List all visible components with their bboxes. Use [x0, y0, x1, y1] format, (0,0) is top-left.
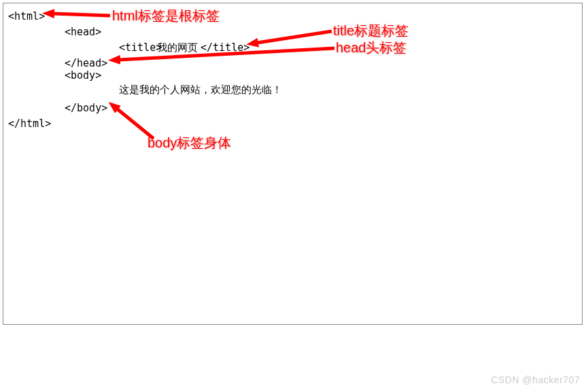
- code-html-close: </html>: [8, 118, 51, 130]
- code-title-text: 我的网页: [157, 41, 198, 54]
- watermark: CSDN @hacker707: [491, 374, 580, 385]
- code-html-open: <html>: [8, 10, 45, 22]
- annotation-html-root: html标签是根标签: [112, 7, 220, 25]
- code-body-text: 这是我的个人网站，欢迎您的光临！: [119, 84, 282, 96]
- code-head-open: <head>: [65, 26, 101, 38]
- annotation-head-tag: head头标签: [336, 39, 407, 57]
- code-title-close: </title>: [201, 41, 249, 54]
- code-title-open: <title>: [119, 41, 162, 54]
- code-body-close: </body>: [65, 102, 107, 114]
- diagram-canvas: <html> <head> <title> 我的网页 </title> </he…: [3, 3, 583, 325]
- code-body-open: <body>: [65, 69, 101, 82]
- annotation-title-tag: title标题标签: [333, 22, 409, 40]
- annotation-body-tag: body标签身体: [148, 134, 231, 152]
- code-head-close: </head>: [65, 57, 107, 69]
